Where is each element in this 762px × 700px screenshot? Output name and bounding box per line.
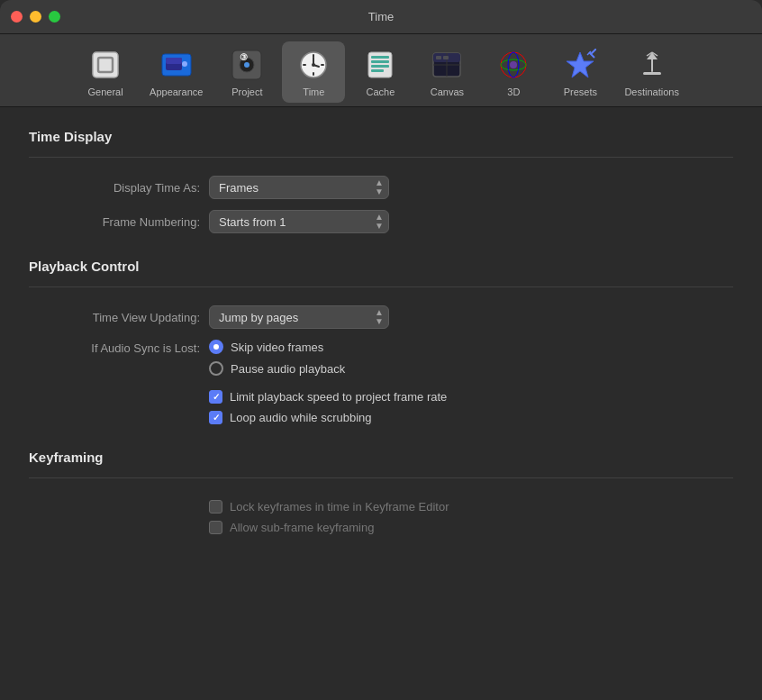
toolbar-item-3d[interactable]: 3D <box>482 41 545 103</box>
svg-rect-12 <box>313 72 314 76</box>
project-label: Project <box>231 86 262 97</box>
checkbox-lock-label: Lock keyframes in time in Keyframe Edito… <box>230 500 449 514</box>
checkbox-subframe[interactable] <box>209 521 222 534</box>
toolbar-item-project[interactable]: ③ Project <box>215 41 278 103</box>
svg-line-34 <box>591 49 596 54</box>
window-title: Time <box>368 10 394 23</box>
playback-control-header: Playback Control <box>29 259 733 274</box>
svg-rect-14 <box>321 64 324 66</box>
general-icon <box>87 47 123 83</box>
svg-rect-20 <box>371 60 389 63</box>
destinations-icon <box>634 47 670 83</box>
toolbar-item-canvas[interactable]: Canvas <box>415 41 478 103</box>
keyframing-divider <box>29 477 733 478</box>
toolbar: General Appearance ③ Project <box>0 34 762 107</box>
canvas-label: Canvas <box>431 86 464 97</box>
svg-marker-33 <box>567 52 594 77</box>
radio-row-pause: Pause audio playback <box>209 361 345 376</box>
frame-numbering-row: Frame Numbering: Starts from 0 Starts fr… <box>29 210 733 233</box>
frame-numbering-select[interactable]: Starts from 0 Starts from 1 <box>209 210 389 233</box>
svg-rect-4 <box>166 58 182 64</box>
time-label: Time <box>303 86 324 97</box>
time-view-select[interactable]: Jump by pages Continuous None <box>209 305 389 329</box>
cache-icon <box>362 47 398 83</box>
keyframing-section: Keyframing Lock keyframes in time in Key… <box>29 450 733 534</box>
svg-rect-27 <box>436 56 441 59</box>
traffic-lights <box>11 11 60 23</box>
checkbox-row-lock: Lock keyframes in time in Keyframe Edito… <box>209 500 449 514</box>
checkbox-loop-label: Loop audio while scrubbing <box>230 411 372 424</box>
playback-checkboxes-row: Limit playback speed to project frame ra… <box>29 386 733 424</box>
checkbox-row-loop: Loop audio while scrubbing <box>209 411 447 424</box>
playback-control-section: Playback Control Time View Updating: Jum… <box>29 259 733 424</box>
presets-label: Presets <box>564 86 597 97</box>
checkbox-row-limit: Limit playback speed to project frame ra… <box>209 390 447 404</box>
title-bar: Time <box>0 0 762 34</box>
display-time-select[interactable]: Frames Timecode Samples <box>209 176 389 199</box>
display-time-select-wrapper: Frames Timecode Samples ▲▼ <box>209 176 389 199</box>
svg-marker-39 <box>647 52 658 59</box>
svg-point-17 <box>312 63 315 67</box>
time-view-label: Time View Updating: <box>29 311 200 324</box>
toolbar-item-appearance[interactable]: Appearance <box>141 41 212 103</box>
checkbox-limit-label: Limit playback speed to project frame ra… <box>230 390 447 404</box>
toolbar-item-general[interactable]: General <box>74 41 137 103</box>
svg-point-32 <box>510 61 517 68</box>
svg-rect-19 <box>371 56 389 59</box>
toolbar-item-time[interactable]: Time <box>282 41 345 103</box>
svg-rect-21 <box>371 65 389 68</box>
time-view-select-wrapper: Jump by pages Continuous None ▲▼ <box>209 305 389 329</box>
destinations-label: Destinations <box>624 86 679 97</box>
frame-numbering-label: Frame Numbering: <box>29 215 200 229</box>
time-view-row: Time View Updating: Jump by pages Contin… <box>29 305 733 329</box>
display-time-label: Display Time As: <box>29 181 200 195</box>
checkbox-loop-audio[interactable] <box>209 411 222 424</box>
cache-label: Cache <box>366 86 395 97</box>
toolbar-item-presets[interactable]: Presets <box>549 41 612 103</box>
svg-rect-37 <box>643 72 661 75</box>
radio-skip-label: Skip video frames <box>231 341 323 354</box>
keyframing-header: Keyframing <box>29 450 733 465</box>
canvas-icon <box>429 47 465 83</box>
appearance-label: Appearance <box>150 86 203 97</box>
minimize-button[interactable] <box>30 11 41 23</box>
presets-icon <box>562 47 598 83</box>
svg-point-5 <box>182 61 187 67</box>
audio-sync-row: If Audio Sync is Lost: Skip video frames… <box>29 340 733 376</box>
close-button[interactable] <box>11 11 23 23</box>
audio-sync-label: If Audio Sync is Lost: <box>29 340 200 355</box>
time-display-section: Time Display Display Time As: Frames Tim… <box>29 129 733 233</box>
checkbox-row-subfr: Allow sub-frame keyframing <box>209 521 449 534</box>
radio-row-skip: Skip video frames <box>209 340 345 354</box>
keyframing-checkboxes-row: Lock keyframes in time in Keyframe Edito… <box>29 496 733 534</box>
audio-sync-radio-group: Skip video frames Pause audio playback <box>209 340 345 376</box>
toolbar-item-destinations[interactable]: Destinations <box>615 41 688 103</box>
checkbox-lock-keyframes[interactable] <box>209 500 222 514</box>
display-time-row: Display Time As: Frames Timecode Samples… <box>29 176 733 199</box>
toolbar-item-cache[interactable]: Cache <box>349 41 412 103</box>
time-icon <box>295 47 331 83</box>
playback-checkbox-group: Limit playback speed to project frame ra… <box>209 390 447 424</box>
svg-rect-22 <box>371 69 384 72</box>
3d-icon <box>495 47 531 83</box>
maximize-button[interactable] <box>49 11 60 23</box>
keyframing-checkbox-group: Lock keyframes in time in Keyframe Edito… <box>209 500 449 534</box>
playback-divider <box>29 286 733 287</box>
svg-rect-0 <box>93 52 118 77</box>
appearance-icon <box>159 47 195 83</box>
svg-rect-13 <box>303 64 306 66</box>
svg-point-8 <box>244 62 249 68</box>
time-display-header: Time Display <box>29 129 733 144</box>
content-area: Time Display Display Time As: Frames Tim… <box>0 107 762 581</box>
svg-rect-28 <box>443 56 449 59</box>
3d-label: 3D <box>507 86 520 97</box>
checkbox-limit-playback[interactable] <box>209 390 222 404</box>
frame-numbering-select-wrapper: Starts from 0 Starts from 1 ▲▼ <box>209 210 389 233</box>
checkbox-subfr-label: Allow sub-frame keyframing <box>230 521 374 534</box>
svg-text:③: ③ <box>240 52 248 62</box>
time-display-divider <box>29 157 733 158</box>
general-label: General <box>87 86 122 97</box>
project-icon: ③ <box>229 47 265 83</box>
radio-skip-video-frames[interactable] <box>209 340 223 354</box>
radio-pause-audio[interactable] <box>209 361 223 376</box>
